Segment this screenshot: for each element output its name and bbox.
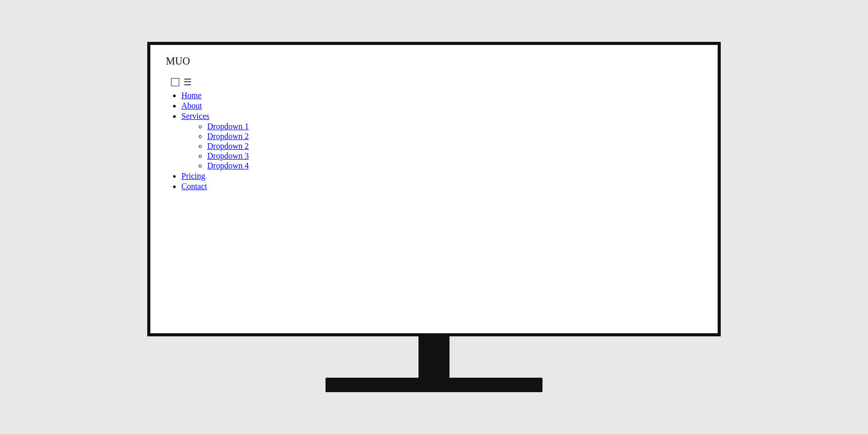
- nav-item-about: About: [181, 101, 702, 111]
- dropdown-item-1: Dropdown 1: [207, 122, 702, 131]
- dropdown-link-1[interactable]: Dropdown 1: [207, 122, 249, 131]
- monitor-base: [326, 378, 542, 392]
- services-dropdown-list: Dropdown 1 Dropdown 2 Dropdown 2 Dropdow…: [181, 122, 702, 171]
- nav-link-about[interactable]: About: [181, 101, 202, 110]
- nav-link-pricing[interactable]: Pricing: [181, 172, 205, 180]
- nav-item-home: Home: [181, 91, 702, 100]
- dropdown-link-3[interactable]: Dropdown 3: [207, 151, 249, 160]
- hamburger-icon[interactable]: ☰: [183, 78, 192, 87]
- nav-item-pricing: Pricing: [181, 172, 702, 181]
- checkbox-icon[interactable]: [171, 78, 179, 86]
- main-nav: Home About Services Dropdown 1 Dropdown …: [166, 91, 702, 191]
- screen-content: MUO ☰ Home About Services: [150, 45, 718, 203]
- nav-link-services[interactable]: Services: [181, 112, 209, 120]
- nav-link-home[interactable]: Home: [181, 91, 202, 100]
- monitor-wrapper: MUO ☰ Home About Services: [147, 42, 721, 392]
- site-title: MUO: [166, 55, 702, 67]
- monitor-screen: MUO ☰ Home About Services: [147, 42, 721, 336]
- nav-item-contact: Contact: [181, 182, 702, 191]
- monitor-neck: [419, 336, 450, 378]
- nav-list: Home About Services Dropdown 1 Dropdown …: [166, 91, 702, 191]
- nav-item-services: Services Dropdown 1 Dropdown 2 Dropdown …: [181, 112, 702, 171]
- menu-toggle-area: ☰: [171, 78, 702, 87]
- dropdown-link-4[interactable]: Dropdown 4: [207, 161, 249, 170]
- dropdown-link-2b[interactable]: Dropdown 2: [207, 142, 249, 150]
- dropdown-item-2b: Dropdown 2: [207, 142, 702, 151]
- dropdown-link-2a[interactable]: Dropdown 2: [207, 132, 249, 141]
- dropdown-item-4: Dropdown 4: [207, 161, 702, 171]
- dropdown-item-2a: Dropdown 2: [207, 132, 702, 141]
- dropdown-item-3: Dropdown 3: [207, 151, 702, 161]
- nav-link-contact[interactable]: Contact: [181, 182, 207, 191]
